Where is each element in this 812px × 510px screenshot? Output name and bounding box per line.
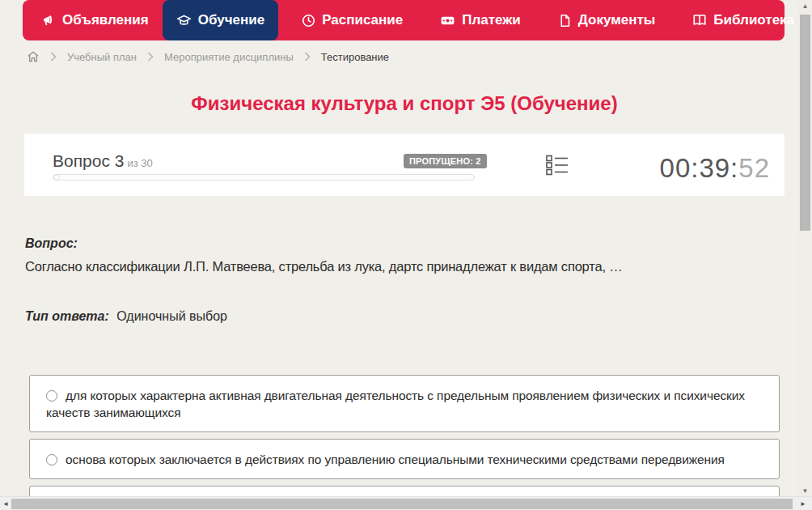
nav-item-library[interactable]: Библиотека (679, 0, 812, 40)
nav-item-label: Платежи (462, 12, 521, 28)
question-number-label: Вопрос 3 (53, 151, 124, 170)
nav-item-payments[interactable]: Платежи (426, 0, 535, 40)
answer-type-row: Тип ответа: Одиночный выбор (25, 309, 753, 324)
progress-bar-cap (53, 175, 60, 180)
nav-spacer (669, 0, 679, 40)
scroll-left-arrow[interactable]: ◄ (0, 497, 11, 510)
question-section: Вопрос: Согласно классификации Л.П. Матв… (25, 236, 753, 324)
banknote-icon (440, 13, 455, 28)
question-counter: из 30 (127, 157, 152, 169)
question-number: Вопрос 3из 30 (53, 151, 153, 171)
breadcrumb-item-curriculum[interactable]: Учебный план (67, 51, 137, 63)
vertical-scrollbar[interactable]: ▲ ▼ (798, 0, 812, 496)
nav-spacer (278, 0, 288, 40)
home-icon[interactable] (27, 50, 40, 63)
clock-icon (302, 14, 315, 28)
nav-spacer (535, 0, 544, 40)
skipped-badge: ПРОПУЩЕНО: 2 (404, 154, 487, 168)
answer-option[interactable]: основа которых заключается в действиях п… (29, 439, 780, 479)
question-text: Согласно классификации Л.П. Матвеева, ст… (25, 259, 753, 274)
nav-item-schedule[interactable]: Расписание (288, 0, 417, 40)
horizontal-scrollbar[interactable]: ◄ ► (0, 496, 812, 510)
question-list-icon[interactable] (546, 155, 569, 179)
breadcrumb-item-testing: Тестирование (321, 51, 389, 63)
question-header-card: Вопрос 3из 30 ПРОПУЩЕНО: 2 00:39:52 (24, 134, 785, 196)
radio-button[interactable] (46, 390, 57, 402)
radio-button[interactable] (46, 454, 57, 465)
answer-type-value: Одиночный выбор (116, 309, 227, 323)
nav-item-label: Документы (578, 12, 656, 28)
main-navbar: Объявления Обучение Расписание (23, 0, 785, 40)
document-icon (558, 14, 572, 28)
nav-item-documents[interactable]: Документы (544, 0, 670, 40)
nav-item-announcements[interactable]: Объявления (27, 0, 163, 40)
page-title: Физическая культура и спорт Э5 (Обучение… (0, 92, 809, 115)
nav-item-label: Расписание (322, 12, 403, 28)
graduation-cap-icon (176, 13, 192, 28)
progress-bar (53, 174, 475, 181)
nav-item-education[interactable]: Обучение (163, 0, 278, 40)
breadcrumb-item-discipline-event[interactable]: Мероприятие дисциплины (164, 51, 294, 63)
scroll-right-arrow[interactable]: ► (797, 497, 809, 510)
timer-seconds: 52 (738, 153, 770, 183)
answer-option-text: для которых характерна активная двигател… (46, 389, 745, 419)
countdown-timer: 00:39:52 (660, 153, 770, 184)
chevron-right-icon (304, 52, 311, 62)
megaphone-icon (41, 13, 56, 28)
horizontal-scrollbar-thumb[interactable] (11, 499, 793, 509)
nav-spacer (417, 0, 426, 40)
scroll-down-arrow[interactable]: ▼ (798, 485, 812, 496)
chevron-right-icon (50, 52, 57, 62)
answer-options-list: для которых характерна активная двигател… (29, 375, 780, 510)
nav-item-label: Объявления (62, 12, 149, 28)
vertical-scrollbar-thumb[interactable] (800, 15, 810, 231)
open-book-icon (692, 13, 707, 28)
breadcrumb: Учебный план Мероприятие дисциплины Тест… (27, 50, 389, 63)
scroll-up-arrow[interactable]: ▲ (798, 0, 812, 11)
nav-item-label: Библиотека (713, 12, 794, 28)
chevron-right-icon (147, 52, 154, 62)
answer-option[interactable]: для которых характерна активная двигател… (29, 375, 780, 432)
answer-option-text: основа которых заключается в действиях п… (66, 453, 725, 466)
question-label: Вопрос: (25, 236, 753, 251)
timer-hours-minutes: 00:39: (660, 153, 739, 183)
answer-type-label: Тип ответа: (25, 309, 109, 323)
nav-item-label: Обучение (198, 12, 264, 28)
